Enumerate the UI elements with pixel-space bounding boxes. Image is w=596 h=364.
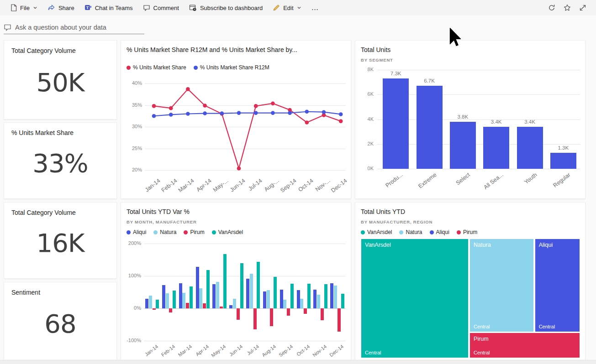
bar[interactable] <box>153 308 156 310</box>
edit-button[interactable]: Edit <box>268 0 306 16</box>
refresh-button[interactable] <box>544 0 559 16</box>
bar[interactable] <box>250 274 253 308</box>
bar[interactable] <box>517 127 543 169</box>
bar[interactable] <box>297 290 300 308</box>
legend-item[interactable]: VanArsdel <box>361 229 392 235</box>
bar[interactable] <box>166 293 169 308</box>
bar[interactable] <box>229 305 232 308</box>
bar[interactable] <box>173 291 176 308</box>
legend-item[interactable]: Aliqui <box>127 229 146 235</box>
bar[interactable] <box>313 290 316 308</box>
line-chart-card[interactable]: % Units Market Share R12M and % Units Ma… <box>121 40 351 199</box>
bar[interactable] <box>199 288 202 308</box>
bar[interactable] <box>283 300 286 308</box>
bar[interactable] <box>162 285 165 308</box>
bar[interactable] <box>156 300 159 308</box>
bar[interactable] <box>341 294 344 308</box>
bar[interactable] <box>182 293 185 308</box>
grouped-bar-chart-card[interactable]: Total Units YTD Var % BY MONTH, MANUFACT… <box>121 202 351 360</box>
bar[interactable] <box>450 122 476 169</box>
bar[interactable] <box>223 254 227 308</box>
expand-icon <box>579 4 586 11</box>
legend-item[interactable]: Natura <box>153 229 176 235</box>
horizontal-scrollbar[interactable] <box>0 360 596 364</box>
x-axis-tick-label: Jun-14 <box>229 177 247 193</box>
bar[interactable] <box>190 286 193 308</box>
bar[interactable] <box>304 308 307 314</box>
bar[interactable] <box>253 308 257 329</box>
bar[interactable] <box>149 296 152 308</box>
bar[interactable] <box>212 284 216 308</box>
treemap-node[interactable]: AliquiCentral <box>535 239 580 332</box>
bar[interactable] <box>196 267 199 308</box>
legend-item[interactable]: Pirum <box>457 229 477 235</box>
bar[interactable] <box>300 299 303 308</box>
treemap-node[interactable]: VanArsdelCentral <box>361 239 468 358</box>
bar-chart-card[interactable]: Total Units BY SEGMENT 8K6K4K2K0K7.3KPro… <box>355 40 585 199</box>
share-button[interactable]: Share <box>42 0 79 16</box>
chat-in-teams-button[interactable]: T Chat in Teams <box>79 0 138 16</box>
legend-item[interactable]: % Units Market Share <box>127 64 186 71</box>
bar[interactable] <box>324 284 327 308</box>
bar[interactable] <box>203 303 206 308</box>
bar[interactable] <box>237 308 240 320</box>
comment-button[interactable]: Comment <box>138 0 184 16</box>
bar[interactable] <box>267 290 270 308</box>
bar[interactable] <box>179 283 182 308</box>
x-axis-tick-label: Apr-14 <box>195 343 210 357</box>
chart-title: Total Units YTD <box>361 208 405 215</box>
more-options-button[interactable]: … <box>306 0 324 16</box>
x-axis-tick-label: Jul-14 <box>246 343 260 356</box>
treemap-node[interactable]: PirumCentral <box>470 333 580 358</box>
bar[interactable] <box>274 277 277 308</box>
bar[interactable] <box>206 270 210 308</box>
bar[interactable] <box>483 127 509 169</box>
bar[interactable] <box>321 308 324 320</box>
subscribe-button[interactable]: Subscribe to dashboard <box>184 0 268 16</box>
legend-dot-icon <box>212 230 216 234</box>
fullscreen-button[interactable] <box>575 0 591 16</box>
bar[interactable] <box>257 262 260 308</box>
legend-label: Pirum <box>190 229 204 235</box>
bar[interactable] <box>220 307 223 308</box>
qna-prompt-text: Ask a question about your data <box>15 24 106 31</box>
bar[interactable] <box>338 308 341 332</box>
legend-item[interactable]: Natura <box>399 229 422 235</box>
kpi-card-total-category-volume-2[interactable]: Total Category Volume 16K <box>4 202 117 279</box>
legend-item[interactable]: Pirum <box>184 229 204 235</box>
bar[interactable] <box>550 153 576 169</box>
treemap-card[interactable]: Total Units YTD BY MANUFACTURER, REGION … <box>355 202 585 360</box>
bar[interactable] <box>186 303 189 308</box>
treemap-node[interactable]: NaturaCentral <box>470 239 533 332</box>
bar[interactable] <box>307 284 311 308</box>
bar[interactable] <box>290 284 294 308</box>
legend-item[interactable]: VanArsdel <box>212 229 243 235</box>
bar[interactable] <box>233 299 236 308</box>
bar[interactable] <box>280 290 283 308</box>
bar[interactable] <box>330 283 333 308</box>
bar[interactable] <box>240 263 243 308</box>
legend-item[interactable]: % Units Market Share R12M <box>194 64 269 71</box>
bar[interactable] <box>145 299 148 308</box>
bar[interactable] <box>270 308 273 326</box>
file-menu-button[interactable]: File <box>5 0 42 16</box>
bar[interactable] <box>287 308 290 316</box>
bar[interactable] <box>383 78 409 169</box>
bar[interactable] <box>334 286 337 308</box>
bar[interactable] <box>169 308 172 312</box>
legend-label: VanArsdel <box>218 229 243 235</box>
bar[interactable] <box>246 279 249 308</box>
bar[interactable] <box>317 295 320 308</box>
legend-item[interactable]: Aliqui <box>430 229 449 235</box>
bar[interactable] <box>417 86 443 169</box>
bar[interactable] <box>216 282 219 308</box>
kpi-card-total-category-volume[interactable]: Total Category Volume 50K <box>4 40 117 120</box>
qna-input[interactable]: Ask a question about your data <box>4 21 144 34</box>
bar[interactable] <box>263 291 266 308</box>
kpi-card-sentiment[interactable]: Sentiment 68 <box>4 282 117 360</box>
favorite-button[interactable] <box>559 0 575 16</box>
kpi-title: Total Category Volume <box>11 209 76 216</box>
legend-label: % Units Market Share <box>133 64 186 71</box>
kpi-card-units-market-share[interactable]: % Units Market Share 33% <box>4 122 117 199</box>
treemap-region-label: Central <box>539 324 555 329</box>
